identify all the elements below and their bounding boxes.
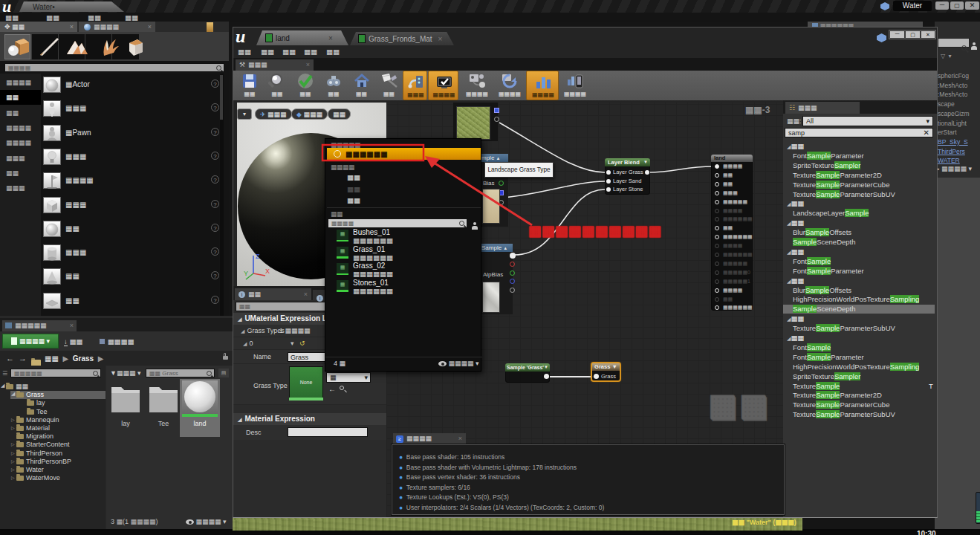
svg-text:X: X (265, 268, 270, 275)
svg-text:Z: Z (256, 253, 260, 260)
svg-text:Y: Y (244, 270, 248, 277)
